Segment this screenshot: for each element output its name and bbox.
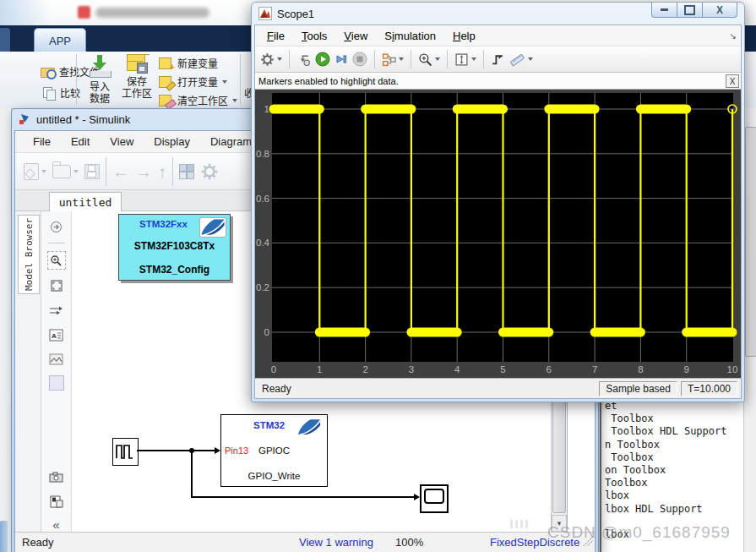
toolbar-separator [483,50,484,68]
open-variable-button[interactable]: 打开变量 [159,74,227,89]
x-tick-label: 8 [638,364,643,374]
import-label-line2: 数据 [83,93,117,105]
fit-to-view-icon[interactable] [48,277,65,294]
image-annotation-icon[interactable] [48,351,65,368]
menu-tools[interactable]: Tools [293,30,335,42]
annotation-icon[interactable]: A [48,326,65,343]
scope-chart: 01234567891000.20.40.60.81 [255,90,742,380]
model-browser-tab[interactable]: Model Browser [18,215,40,294]
model-tab-untitled[interactable]: untitled [49,192,122,211]
zoom-button[interactable] [418,52,440,67]
signal-selector-icon [382,52,396,67]
desktop-left-margin [0,108,12,552]
new-model-button[interactable] [24,163,46,180]
x-tick-label: 9 [683,364,688,374]
autoscale-caret-icon [471,57,476,61]
output-line: n Toolbox [605,439,727,451]
open-variable-caret-icon [222,80,227,84]
zoom-tool-icon[interactable] [47,251,66,270]
stm32-config-block[interactable]: STM32Fxx STM32F103C8Tx STM32_Config [118,214,231,281]
config-block-name: STM32_Config [119,264,230,276]
menu-help[interactable]: Help [444,30,484,42]
output-line: Toolbox [605,477,727,489]
compare-icon [42,87,56,99]
branch-wire-vertical[interactable] [191,451,193,497]
compare-button[interactable]: 比较 [42,85,80,100]
ruler-icon [509,52,525,67]
model-tab-label: untitled [59,196,112,209]
markers-banner-text: Markers enabled to highlight data. [258,76,399,86]
x-tick-label: 1 [317,364,322,374]
collapse-palette-icon[interactable]: « [52,517,59,532]
menu-file[interactable]: File [24,135,60,148]
toolstrip-tab-partial[interactable] [0,28,10,52]
document-icon [78,6,90,19]
new-model-icon [24,163,39,180]
viewmarks-icon[interactable] [48,493,65,510]
import-data-button[interactable]: 导入 数据 [83,53,117,105]
menu-view[interactable]: View [101,135,143,148]
stop-button[interactable] [352,52,367,67]
new-variable-button[interactable]: + 新建变量 [159,56,218,70]
model-settings-gear-icon[interactable] [200,162,219,181]
y-tick-label: 0.6 [256,194,269,204]
library-browser-button[interactable] [179,164,194,179]
menu-edit[interactable]: Edit [62,135,99,148]
output-panel-scrollbar-thumb[interactable] [745,127,756,357]
save-ws-label-line2: 工作区 [118,88,155,100]
minimize-icon [661,8,668,11]
menu-display[interactable]: Display [144,135,199,148]
simulink-statusbar: Ready View 1 warning 100% FixedStepDiscr… [15,532,595,552]
scope-toolbar [255,46,741,73]
save-model-button[interactable] [84,164,100,179]
open-variable-icon [159,75,173,88]
minimize-button[interactable] [651,3,677,18]
signal-selector-button[interactable] [382,52,404,67]
open-model-button[interactable] [52,165,79,178]
output-panel-scrollbar[interactable] [743,108,756,552]
save-workspace-icon [126,53,148,74]
run-button[interactable] [315,52,330,67]
forward-button[interactable]: → [135,163,152,180]
trigger-button[interactable] [491,52,505,67]
scope-screen-icon [424,489,444,504]
svg-text:A: A [52,331,57,339]
gpio-write-block[interactable]: STM32 Pin13 GPIOC GPIO_Write [220,414,328,487]
branch-wire-horizontal[interactable] [191,496,414,498]
signal-wire[interactable] [137,450,216,451]
parameters-button[interactable] [260,52,282,67]
canvas-corner-grip [510,520,530,528]
menu-simulation[interactable]: Simulation [376,30,444,42]
toolstrip-tab-app[interactable]: APP [34,28,86,52]
step-forward-button[interactable] [334,52,348,66]
menu-overflow-icon[interactable]: ↘ [730,31,737,41]
scope-sink-block[interactable] [420,484,449,513]
back-button[interactable]: ← [112,163,129,180]
scope-menubar: FileToolsViewSimulationHelp↘ [255,25,741,46]
compare-label: 比较 [60,85,80,100]
close-button[interactable]: X [702,3,737,18]
view-warning-link[interactable]: View 1 warning [299,536,373,549]
clear-workspace-button[interactable]: 清空工作区 [159,93,237,107]
hide-browser-icon[interactable] [48,218,65,235]
autoscale-button[interactable] [454,52,476,67]
menu-view[interactable]: View [335,30,376,42]
run-icon [315,52,330,67]
menu-file[interactable]: File [258,30,293,42]
pulse-generator-block[interactable] [112,438,139,466]
model-browser-strip: Model Browser [15,211,41,532]
screenshot-camera-icon[interactable] [48,468,65,485]
signal-routing-icon[interactable] [48,302,65,319]
up-button[interactable]: ↑ [158,163,166,180]
area-box-icon[interactable] [49,375,64,391]
banner-close-button[interactable]: X [726,74,739,88]
save-workspace-button[interactable]: 保存 工作区 [118,53,155,100]
wire-arrowhead [414,494,420,500]
highlight-block-button[interactable] [296,52,311,67]
scope-plot-area[interactable]: 01234567891000.20.40.60.81 [255,90,741,378]
window-controls: X [651,3,737,18]
measurements-button[interactable] [509,52,533,67]
restore-button[interactable] [677,3,702,18]
x-tick-label: 6 [547,364,552,374]
x-tick-label: 10 [727,364,738,374]
